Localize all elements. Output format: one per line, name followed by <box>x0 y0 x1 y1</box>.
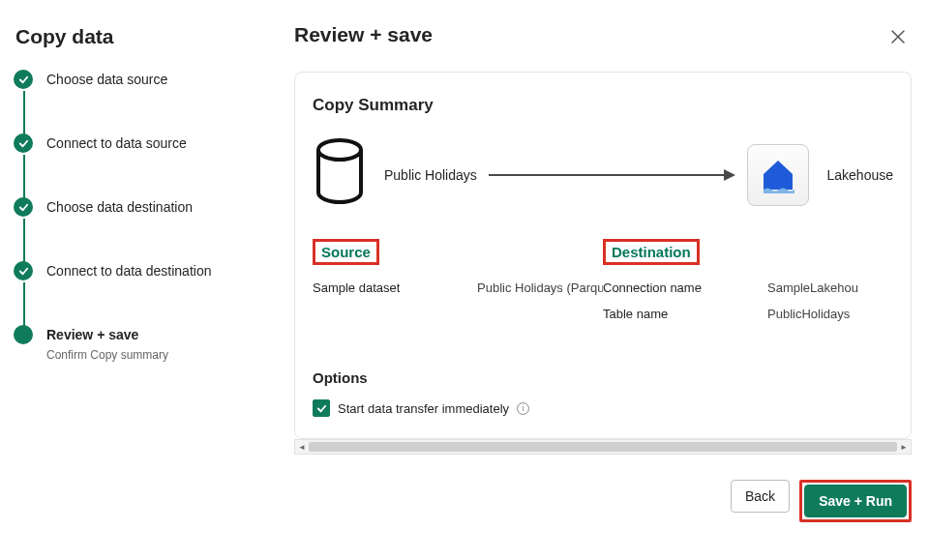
database-icon <box>313 138 367 212</box>
scroll-right-icon[interactable]: ► <box>897 440 911 454</box>
check-icon <box>14 197 33 217</box>
source-kv-row: Sample dataset Public Holidays (Parquet) <box>313 280 603 295</box>
svg-point-0 <box>318 140 361 160</box>
sidebar-title: Copy data <box>14 25 252 48</box>
dest-kv-row: Table name PublicHolidays <box>603 307 893 321</box>
step-choose-data-destination[interactable]: Choose data destination <box>14 197 252 261</box>
summary-flow-row: Public Holidays Lakehouse <box>313 138 893 212</box>
source-details: Source Sample dataset Public Holidays (P… <box>313 239 603 333</box>
horizontal-scrollbar[interactable]: ◄ ► <box>294 439 912 455</box>
step-choose-data-source[interactable]: Choose data source <box>14 70 252 133</box>
step-review-save[interactable]: Review + save Confirm Copy summary <box>14 325 252 362</box>
destination-details: Destination Connection name SampleLakeho… <box>603 239 893 333</box>
check-icon <box>14 133 33 153</box>
save-run-highlight: Save + Run <box>799 480 912 522</box>
footer-actions: Back Save + Run <box>294 455 912 522</box>
step-connect-data-destination[interactable]: Connect to data destination <box>14 261 252 325</box>
options-heading: Options <box>313 369 893 386</box>
back-button[interactable]: Back <box>731 480 790 513</box>
scroll-left-icon[interactable]: ◄ <box>295 440 309 454</box>
scrollbar-thumb[interactable] <box>309 442 897 452</box>
step-label: Choose data destination <box>46 197 193 217</box>
step-connect-data-source[interactable]: Connect to data source <box>14 133 252 197</box>
destination-name: Lakehouse <box>826 167 893 183</box>
arrow-icon <box>489 169 736 181</box>
step-label: Connect to data destination <box>46 261 211 280</box>
step-list: Choose data source Connect to data sourc… <box>14 70 252 362</box>
save-run-button[interactable]: Save + Run <box>804 485 907 517</box>
step-label: Choose data source <box>46 70 167 89</box>
dest-kv-row: Connection name SampleLakehou <box>603 280 893 295</box>
close-button[interactable] <box>884 23 912 50</box>
checkbox-checked-icon[interactable] <box>313 399 330 417</box>
wizard-sidebar: Copy data Choose data source Connect to … <box>0 0 271 560</box>
source-heading: Source <box>313 239 379 265</box>
current-step-icon <box>14 325 33 344</box>
destination-heading: Destination <box>603 239 700 265</box>
main-panel: Review + save Copy Summary Public Holida… <box>271 0 929 560</box>
page-title: Review + save <box>294 23 433 46</box>
step-label: Connect to data source <box>46 133 187 153</box>
check-icon <box>14 261 33 280</box>
info-icon[interactable]: i <box>517 402 529 415</box>
step-sublabel: Confirm Copy summary <box>46 348 168 362</box>
step-label: Review + save <box>46 325 168 344</box>
lakehouse-icon <box>747 144 809 206</box>
copy-summary-card: Copy Summary Public Holidays <box>294 72 912 439</box>
option-label: Start data transfer immediately <box>338 401 509 416</box>
check-icon <box>14 70 33 89</box>
card-title: Copy Summary <box>313 96 893 115</box>
close-icon <box>890 29 906 44</box>
source-name: Public Holidays <box>384 167 477 183</box>
option-start-immediately[interactable]: Start data transfer immediately i <box>313 399 893 417</box>
